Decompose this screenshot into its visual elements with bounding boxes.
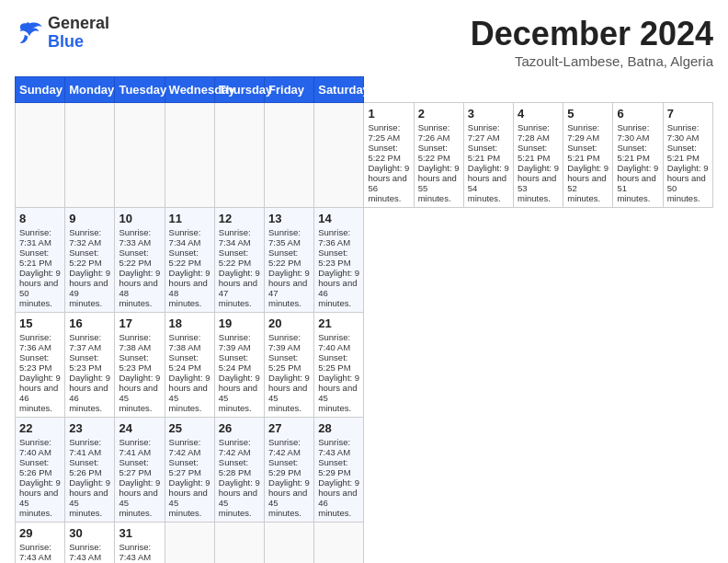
daylight-text: Daylight: 9 hours and 45 minutes. bbox=[69, 477, 110, 518]
calendar-day-cell: 23Sunrise: 7:41 AMSunset: 5:26 PMDayligh… bbox=[65, 418, 115, 523]
sunset-text: Sunset: 5:21 PM bbox=[667, 143, 700, 163]
day-number: 3 bbox=[468, 107, 509, 121]
sunset-text: Sunset: 5:26 PM bbox=[19, 457, 51, 477]
calendar-day-cell: 27Sunrise: 7:42 AMSunset: 5:29 PMDayligh… bbox=[265, 418, 314, 523]
sunset-text: Sunset: 5:24 PM bbox=[219, 352, 251, 373]
daylight-text: Daylight: 9 hours and 45 minutes. bbox=[219, 477, 260, 518]
sunset-text: Sunset: 5:22 PM bbox=[119, 247, 151, 268]
sunset-text: Sunset: 5:29 PM bbox=[268, 457, 301, 477]
weekday-header-monday: Monday bbox=[65, 77, 115, 103]
weekday-header-wednesday: Wednesday bbox=[165, 77, 214, 103]
calendar-day-cell: 24Sunrise: 7:41 AMSunset: 5:27 PMDayligh… bbox=[115, 418, 165, 523]
daylight-text: Daylight: 9 hours and 45 minutes. bbox=[119, 373, 160, 413]
daylight-text: Daylight: 9 hours and 48 minutes. bbox=[119, 268, 160, 308]
daylight-text: Daylight: 9 hours and 46 minutes. bbox=[318, 477, 359, 518]
sunset-text: Sunset: 5:27 PM bbox=[119, 457, 151, 477]
calendar-day-cell: 21Sunrise: 7:40 AMSunset: 5:25 PMDayligh… bbox=[314, 313, 364, 418]
sunrise-text: Sunrise: 7:35 AM bbox=[268, 227, 301, 247]
day-number: 28 bbox=[318, 421, 359, 435]
calendar-day-cell: 19Sunrise: 7:39 AMSunset: 5:24 PMDayligh… bbox=[214, 313, 264, 418]
calendar-day-cell bbox=[65, 103, 115, 208]
day-number: 26 bbox=[219, 421, 260, 435]
day-number: 23 bbox=[69, 421, 110, 435]
sunset-text: Sunset: 5:21 PM bbox=[468, 143, 500, 163]
sunset-text: Sunset: 5:21 PM bbox=[567, 143, 599, 163]
sunrise-text: Sunrise: 7:42 AM bbox=[219, 437, 251, 457]
calendar-header: SundayMondayTuesdayWednesdayThursdayFrid… bbox=[16, 77, 713, 103]
day-number: 2 bbox=[418, 107, 460, 121]
calendar-day-cell: 18Sunrise: 7:38 AMSunset: 5:24 PMDayligh… bbox=[165, 313, 214, 418]
sunset-text: Sunset: 5:24 PM bbox=[169, 352, 201, 373]
calendar-day-cell bbox=[165, 103, 214, 208]
sunrise-text: Sunrise: 7:43 AM bbox=[119, 542, 151, 562]
calendar-day-cell bbox=[265, 103, 314, 208]
sunrise-text: Sunrise: 7:32 AM bbox=[69, 227, 101, 247]
calendar-day-cell: 26Sunrise: 7:42 AMSunset: 5:28 PMDayligh… bbox=[214, 418, 264, 523]
daylight-text: Daylight: 9 hours and 52 minutes. bbox=[567, 163, 609, 203]
daylight-text: Daylight: 9 hours and 56 minutes. bbox=[368, 163, 409, 203]
calendar-day-cell: 16Sunrise: 7:37 AMSunset: 5:23 PMDayligh… bbox=[65, 313, 115, 418]
calendar-day-cell: 6Sunrise: 7:30 AMSunset: 5:21 PMDaylight… bbox=[613, 103, 663, 208]
daylight-text: Daylight: 9 hours and 48 minutes. bbox=[169, 268, 210, 308]
sunrise-text: Sunrise: 7:40 AM bbox=[19, 437, 51, 457]
sunset-text: Sunset: 5:22 PM bbox=[418, 143, 450, 163]
daylight-text: Daylight: 9 hours and 53 minutes. bbox=[518, 163, 559, 203]
day-number: 22 bbox=[19, 421, 61, 435]
logo-text: General Blue bbox=[48, 15, 109, 52]
day-number: 6 bbox=[617, 107, 658, 121]
day-number: 10 bbox=[119, 212, 160, 225]
calendar-day-cell bbox=[314, 523, 364, 564]
daylight-text: Daylight: 9 hours and 46 minutes. bbox=[318, 268, 359, 308]
sunset-text: Sunset: 5:25 PM bbox=[268, 352, 301, 373]
calendar-day-cell: 11Sunrise: 7:34 AMSunset: 5:22 PMDayligh… bbox=[165, 208, 214, 313]
sunset-text: Sunset: 5:22 PM bbox=[368, 143, 400, 163]
daylight-text: Daylight: 9 hours and 45 minutes. bbox=[268, 477, 310, 518]
calendar-day-cell: 30Sunrise: 7:43 AMSunset: 5:31 PMDayligh… bbox=[65, 523, 115, 564]
sunset-text: Sunset: 5:23 PM bbox=[69, 352, 101, 373]
sunset-text: Sunset: 5:27 PM bbox=[169, 457, 201, 477]
calendar-day-cell bbox=[214, 523, 264, 564]
sunset-text: Sunset: 5:25 PM bbox=[318, 352, 350, 373]
sunrise-text: Sunrise: 7:42 AM bbox=[268, 437, 301, 457]
daylight-text: Daylight: 9 hours and 45 minutes. bbox=[268, 373, 310, 413]
calendar-day-cell: 12Sunrise: 7:34 AMSunset: 5:22 PMDayligh… bbox=[214, 208, 264, 313]
logo: General Blue bbox=[15, 15, 109, 52]
day-number: 25 bbox=[169, 421, 210, 435]
day-number: 11 bbox=[169, 212, 210, 225]
page-header: General Blue December 2024 Tazoult-Lambe… bbox=[15, 15, 713, 69]
daylight-text: Daylight: 9 hours and 55 minutes. bbox=[418, 163, 460, 203]
daylight-text: Daylight: 9 hours and 45 minutes. bbox=[219, 373, 260, 413]
sunrise-text: Sunrise: 7:30 AM bbox=[617, 122, 649, 143]
calendar-day-cell: 1Sunrise: 7:25 AMSunset: 5:22 PMDaylight… bbox=[364, 103, 414, 208]
calendar-day-cell: 4Sunrise: 7:28 AMSunset: 5:21 PMDaylight… bbox=[514, 103, 563, 208]
location-subtitle: Tazoult-Lambese, Batna, Algeria bbox=[471, 53, 713, 69]
day-number: 13 bbox=[268, 212, 310, 225]
calendar-day-cell: 13Sunrise: 7:35 AMSunset: 5:22 PMDayligh… bbox=[265, 208, 314, 313]
calendar-week-row: 29Sunrise: 7:43 AMSunset: 5:30 PMDayligh… bbox=[16, 523, 713, 564]
day-number: 21 bbox=[318, 316, 359, 330]
sunrise-text: Sunrise: 7:36 AM bbox=[318, 227, 350, 247]
sunrise-text: Sunrise: 7:33 AM bbox=[119, 227, 151, 247]
title-block: December 2024 Tazoult-Lambese, Batna, Al… bbox=[471, 15, 713, 69]
day-number: 1 bbox=[368, 107, 409, 121]
day-number: 14 bbox=[318, 212, 359, 225]
sunrise-text: Sunrise: 7:31 AM bbox=[19, 227, 51, 247]
daylight-text: Daylight: 9 hours and 50 minutes. bbox=[19, 268, 61, 308]
calendar-day-cell bbox=[214, 103, 264, 208]
sunset-text: Sunset: 5:21 PM bbox=[518, 143, 550, 163]
calendar-day-cell: 5Sunrise: 7:29 AMSunset: 5:21 PMDaylight… bbox=[563, 103, 613, 208]
calendar-day-cell: 15Sunrise: 7:36 AMSunset: 5:23 PMDayligh… bbox=[16, 313, 65, 418]
calendar-day-cell bbox=[314, 103, 364, 208]
calendar-day-cell: 3Sunrise: 7:27 AMSunset: 5:21 PMDaylight… bbox=[463, 103, 513, 208]
day-number: 30 bbox=[69, 526, 110, 540]
day-number: 24 bbox=[119, 421, 160, 435]
sunset-text: Sunset: 5:26 PM bbox=[69, 457, 101, 477]
sunrise-text: Sunrise: 7:43 AM bbox=[19, 542, 51, 562]
day-number: 29 bbox=[19, 526, 61, 540]
day-number: 8 bbox=[19, 212, 61, 225]
sunset-text: Sunset: 5:22 PM bbox=[69, 247, 101, 268]
logo-icon bbox=[15, 20, 44, 46]
daylight-text: Daylight: 9 hours and 45 minutes. bbox=[169, 477, 210, 518]
weekday-header-sunday: Sunday bbox=[16, 77, 65, 103]
day-number: 27 bbox=[268, 421, 310, 435]
